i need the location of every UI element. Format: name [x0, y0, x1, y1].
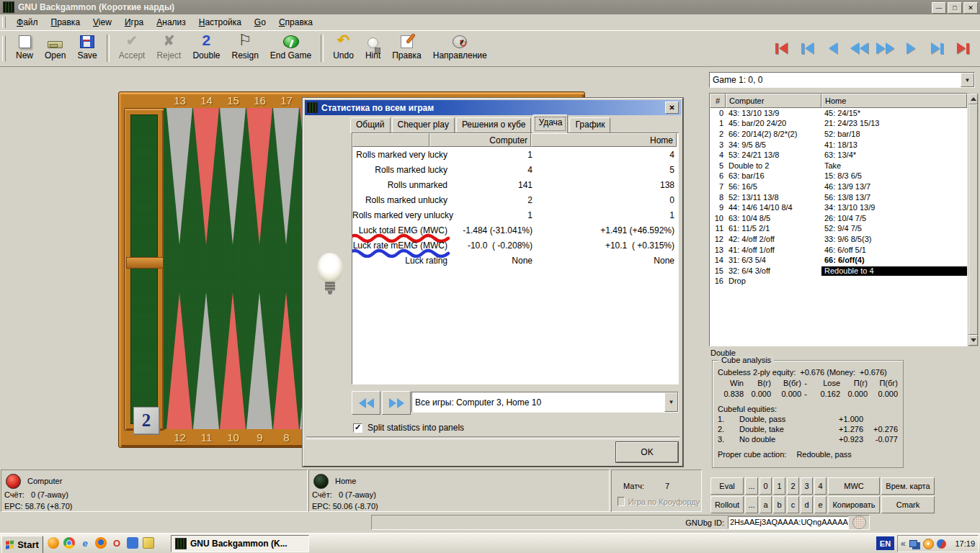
point-11[interactable]: [193, 292, 219, 429]
scroll-down-icon[interactable]: [968, 335, 978, 346]
next-marked-button[interactable]: [875, 40, 895, 57]
move-row-10[interactable]: 1063: 10/4 8/526: 10/4 7/5: [710, 213, 967, 224]
move-home[interactable]: 45: 24/15*: [821, 109, 967, 118]
move-home[interactable]: 63: 13/4*: [821, 150, 967, 160]
move-row-3[interactable]: 334: 9/5 8/541: 18/13: [710, 140, 967, 150]
toolbar-endgame-button[interactable]: End Game: [264, 33, 317, 63]
launcher-notes[interactable]: [143, 537, 154, 549]
move-computer[interactable]: 63: 10/4 8/5: [726, 214, 821, 223]
move-home[interactable]: 52: bar/18: [821, 130, 967, 139]
move-computer[interactable]: 31: 6/3 5/4: [726, 256, 821, 265]
action-button-row1-2[interactable]: 0: [760, 477, 772, 495]
move-row-9[interactable]: 944: 14/6 14/10 8/434: 13/10 13/9: [710, 202, 967, 213]
move-row-11[interactable]: 1161: 11/5 2/152: 9/4 7/5: [710, 224, 967, 235]
start-button[interactable]: Start: [1, 536, 43, 553]
action-button-row2-1[interactable]: ...: [745, 496, 758, 513]
gnubg-id-field[interactable]: 2HsAAEj3AQAAAA:UQngAAAAAAAE: [728, 516, 849, 529]
split-statistics-checkbox[interactable]: [353, 423, 362, 433]
previous-marked-button[interactable]: [849, 40, 869, 57]
maximize-button[interactable]: □: [948, 2, 962, 14]
move-computer[interactable]: 56: 16/5: [726, 182, 821, 192]
toolbar-hint-button[interactable]: Hint: [360, 33, 386, 63]
action-button-row2-7[interactable]: Копировать: [828, 496, 880, 513]
move-row-4[interactable]: 453: 24/21 13/863: 13/4*: [710, 150, 967, 161]
launcher-chrome[interactable]: [63, 537, 75, 549]
tab-3[interactable]: Удача: [533, 114, 568, 133]
doubling-cube[interactable]: 2: [133, 407, 159, 434]
dice-cup-icon[interactable]: [852, 516, 866, 529]
previous-roll-button[interactable]: [823, 40, 843, 57]
action-button-row2-5[interactable]: d: [801, 496, 813, 513]
language-indicator[interactable]: EN: [876, 536, 894, 550]
move-row-2[interactable]: 266: 20/14(2) 8/2*(2)52: bar/18: [710, 129, 967, 140]
dialog-close-button[interactable]: ✕: [665, 102, 679, 114]
move-home[interactable]: Take: [821, 161, 967, 171]
action-button-row2-3[interactable]: b: [773, 496, 785, 513]
move-computer[interactable]: 42: 4/off 2/off: [726, 235, 821, 244]
combo-arrow-icon[interactable]: [961, 73, 974, 87]
move-computer[interactable]: 63: bar/16: [726, 171, 821, 181]
menu-item-3[interactable]: Игра: [118, 16, 150, 29]
toolbar-open-button[interactable]: Open: [39, 33, 71, 63]
toolbar-save-button[interactable]: Save: [71, 33, 102, 63]
move-row-14[interactable]: 1431: 6/3 5/466: 6/off(4): [710, 255, 967, 266]
move-row-16[interactable]: 16Drop: [710, 276, 967, 287]
point-13[interactable]: [166, 108, 192, 245]
move-home[interactable]: 46: 6/off 5/1: [821, 246, 967, 255]
action-button-row1-3[interactable]: 1: [773, 477, 785, 495]
move-computer[interactable]: 45: bar/20 24/20: [726, 119, 821, 128]
move-computer[interactable]: 66: 20/14(2) 8/2*(2): [726, 130, 821, 139]
combo-arrow-icon[interactable]: [664, 392, 678, 412]
move-row-0[interactable]: 043: 13/10 13/945: 24/15*: [710, 108, 967, 119]
point-12[interactable]: [166, 292, 192, 429]
action-button-row1-1[interactable]: ...: [745, 477, 758, 495]
menu-item-2[interactable]: View: [86, 16, 118, 29]
toolbar-direction-button[interactable]: Направление: [427, 33, 493, 63]
move-row-5[interactable]: 5Double to 2Take: [710, 161, 967, 171]
action-button-row2-8[interactable]: Cmark: [881, 496, 935, 513]
move-row-7[interactable]: 756: 16/546: 13/9 13/7: [710, 181, 967, 192]
launcher-firefox[interactable]: [95, 537, 107, 549]
move-computer[interactable]: 53: 24/21 13/8: [726, 150, 821, 160]
menu-item-1[interactable]: Правка: [45, 16, 87, 29]
move-computer[interactable]: 41: 4/off 1/off: [726, 246, 821, 255]
menu-item-5[interactable]: Настройка: [192, 16, 248, 29]
move-home[interactable]: 56: 13/8 13/7: [821, 193, 967, 202]
antivirus-icon[interactable]: [937, 539, 946, 549]
move-row-13[interactable]: 1341: 4/off 1/off46: 6/off 5/1: [710, 245, 967, 256]
tab-4[interactable]: График: [569, 117, 610, 133]
move-computer[interactable]: 43: 13/10 13/9: [726, 109, 821, 118]
point-8[interactable]: [273, 292, 299, 429]
move-home[interactable]: 15: 8/3 6/5: [821, 171, 967, 181]
point-15[interactable]: [220, 108, 246, 245]
games-filter-combobox[interactable]: Все игры: Computer 3, Home 10: [411, 392, 679, 413]
action-button-row2-4[interactable]: c: [787, 496, 799, 513]
moves-scrollbar[interactable]: [968, 93, 979, 346]
action-button-row1-4[interactable]: 2: [787, 477, 799, 495]
game-selector-combobox[interactable]: Game 1: 0, 0: [709, 72, 975, 88]
action-button-row1-0[interactable]: Eval: [710, 477, 744, 495]
point-14[interactable]: [193, 108, 219, 245]
menu-item-4[interactable]: Анализ: [150, 16, 192, 29]
toolbar-resign-button[interactable]: Resign: [226, 33, 264, 63]
next-game-button[interactable]: [927, 40, 947, 57]
point-17[interactable]: [273, 108, 299, 245]
toolbar-new-button[interactable]: New: [10, 33, 39, 63]
tab-1[interactable]: Chequer play: [392, 117, 455, 133]
move-computer[interactable]: 61: 11/5 2/1: [726, 224, 821, 233]
move-home[interactable]: Redouble to 4: [821, 266, 967, 276]
move-home[interactable]: 26: 10/4 7/5: [821, 214, 967, 223]
point-16[interactable]: [246, 108, 272, 245]
next-roll-button[interactable]: [901, 40, 921, 57]
action-button-row1-7[interactable]: MWC: [828, 477, 880, 495]
move-home[interactable]: 21: 24/23 15/13: [821, 119, 967, 128]
move-row-6[interactable]: 663: bar/1615: 8/3 6/5: [710, 171, 967, 182]
go-first-button[interactable]: [771, 40, 791, 57]
tab-2[interactable]: Решения о кубе: [456, 117, 532, 133]
launcher-ie[interactable]: [79, 537, 91, 549]
point-9[interactable]: [246, 292, 272, 429]
move-home[interactable]: 52: 9/4 7/5: [821, 224, 967, 233]
action-button-row1-6[interactable]: 4: [814, 477, 827, 495]
move-computer[interactable]: Double to 2: [726, 161, 821, 171]
move-computer[interactable]: Drop: [726, 276, 821, 286]
